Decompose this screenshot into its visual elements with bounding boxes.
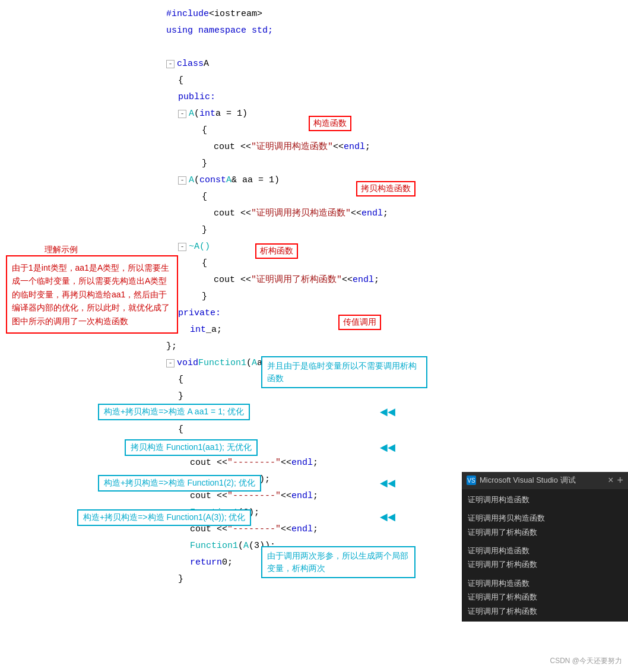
vs-add-button[interactable]: + bbox=[617, 474, 623, 487]
arrow-opt2: ◄◄ bbox=[380, 441, 395, 456]
explain-title: 理解示例 bbox=[45, 245, 78, 255]
pass-by-value-annotation: 传值调用 bbox=[338, 315, 381, 330]
code-line-class-end: }; bbox=[166, 338, 522, 355]
code-line-d-open: { bbox=[166, 255, 522, 272]
code-line-1: #include<iostream> bbox=[166, 6, 522, 23]
code-line-blank1 bbox=[166, 39, 522, 56]
explain-box: 由于1是int类型，aa1是A类型，所以需要生成一个临时变量，所以需要先构造出A… bbox=[6, 255, 178, 334]
code-line-cc-open: { bbox=[166, 189, 522, 205]
code-line-d-cout: cout << "证明调用了析构函数" << endl; bbox=[166, 272, 522, 289]
vs-close-button[interactable]: × bbox=[608, 475, 613, 486]
vs-line-3: 证明调用了析构函数 bbox=[468, 525, 622, 539]
code-line-cout1: cout << "--------" << endl; bbox=[166, 455, 522, 471]
opt4-annotation: 构造+拷贝构造=>构造 Function1(A(3)); 优化 bbox=[77, 509, 251, 526]
code-line-cc-close: } bbox=[166, 222, 522, 239]
opt1-annotation: 构造+拷贝构造=>构造 A aa1 = 1; 优化 bbox=[98, 404, 250, 420]
collapse-copy[interactable]: - bbox=[178, 176, 186, 185]
vs-title: Microsoft Visual Studio 调试 bbox=[480, 475, 576, 486]
destructor-annotation: 析构函数 bbox=[255, 243, 298, 259]
vs-title-bar: VS Microsoft Visual Studio 调试 × + bbox=[462, 472, 628, 489]
copy-constructor-annotation: 拷贝构造函数 bbox=[356, 181, 416, 196]
vs-icon: VS bbox=[467, 476, 476, 485]
opt3-annotation: 构造+拷贝构造=>构造 Function1(2); 优化 bbox=[98, 475, 261, 492]
vs-line-4: 证明调用构造函数 bbox=[468, 544, 622, 557]
include-keyword: #include bbox=[166, 7, 209, 22]
code-line-public: public: bbox=[166, 89, 522, 106]
arrow-opt1: ◄◄ bbox=[380, 405, 395, 420]
code-line-f-close: } bbox=[166, 388, 522, 405]
vs-line-blank1 bbox=[468, 506, 622, 511]
vs-output-content: 证明调用构造函数 证明调用拷贝构造函数 证明调用了析构函数 证明调用构造函数 证… bbox=[462, 489, 628, 622]
collapse-constructor[interactable]: - bbox=[178, 110, 186, 118]
collapse-destructor[interactable]: - bbox=[178, 243, 186, 251]
code-line-d-close: } bbox=[166, 289, 522, 305]
vs-line-blank3 bbox=[468, 572, 622, 576]
watermark: CSDN @今天还要努力 bbox=[550, 656, 622, 666]
code-line-destructor: - ~A() bbox=[166, 239, 522, 255]
code-line-class: - class A bbox=[166, 56, 522, 72]
code-line-main-open: { bbox=[166, 421, 522, 438]
opt2-annotation: 拷贝构造 Function1(aa1); 无优化 bbox=[125, 439, 258, 456]
arrow-opt3: ◄◄ bbox=[380, 477, 395, 492]
vs-line-5: 证明调用了析构函数 bbox=[468, 557, 622, 571]
code-line-c-close: } bbox=[166, 156, 522, 172]
collapse-class[interactable]: - bbox=[166, 60, 175, 68]
constructor-annotation: 构造函数 bbox=[309, 116, 351, 131]
code-line-brace1: { bbox=[166, 72, 522, 89]
vs-line-7: 证明调用了析构函数 bbox=[468, 590, 622, 604]
vs-line-2: 证明调用拷贝构造函数 bbox=[468, 511, 622, 525]
code-line-c-cout: cout << "证明调用构造函数" << endl; bbox=[166, 139, 522, 156]
collapse-function1[interactable]: - bbox=[166, 359, 175, 367]
arrow-opt4: ◄◄ bbox=[380, 511, 395, 525]
code-line-2: using namespace std; bbox=[166, 23, 522, 39]
code-line-cc-cout: cout << "证明调用拷贝构造函数" << endl; bbox=[166, 205, 522, 222]
vs-line-8: 证明调用了析构函数 bbox=[468, 604, 622, 618]
code-line-copy: - A(const A& aa = 1) bbox=[166, 172, 522, 189]
vs-output-panel: VS Microsoft Visual Studio 调试 × + 证明调用构造… bbox=[462, 472, 628, 622]
vs-line-blank2 bbox=[468, 539, 622, 544]
no-destruct-annotation: 并且由于是临时变量所以不需要调用析构函数 bbox=[261, 356, 427, 388]
bottom-note-annotation: 由于调用两次形参，所以生成两个局部变量，析构两次 bbox=[261, 546, 416, 578]
vs-line-6: 证明调用构造函数 bbox=[468, 576, 622, 590]
vs-line-1: 证明调用构造函数 bbox=[468, 493, 622, 506]
